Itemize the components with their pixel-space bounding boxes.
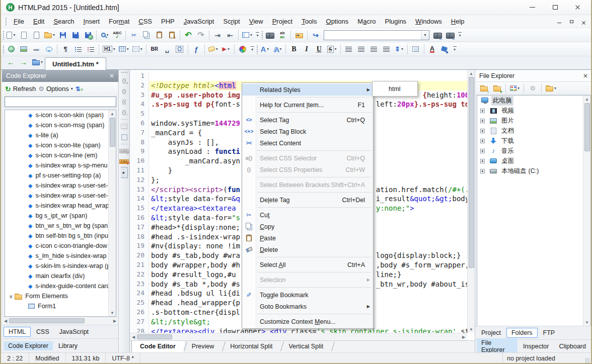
- toolbar-grip[interactable]: [3, 31, 5, 40]
- file-explorer-item[interactable]: 视频: [477, 106, 590, 116]
- table-button[interactable]: ▾: [117, 43, 130, 55]
- script-button[interactable]: ƒ: [190, 43, 202, 55]
- code-explorer-item[interactable]: ◆s-icon s-icon-line (em): [5, 150, 116, 160]
- options-button[interactable]: ⚙ Options ▾: [38, 85, 72, 93]
- scroll-down-icon[interactable]: ▼: [110, 309, 114, 316]
- tab-project[interactable]: Project: [477, 328, 505, 337]
- special-char-button[interactable]: Ω: [174, 43, 186, 55]
- menu-edit[interactable]: Edit: [29, 16, 49, 27]
- copy-button[interactable]: [140, 29, 153, 41]
- code-explorer-item[interactable]: ◆s-icon s-icon-skin (span): [5, 110, 116, 120]
- scroll-down-icon[interactable]: ▼: [469, 326, 473, 333]
- add-snippet-button[interactable]: {}+: [119, 75, 129, 86]
- find-previous-button[interactable]: ←: [431, 29, 443, 41]
- menu-item-delete-tag[interactable]: Delete TagCtrl+Del: [242, 194, 373, 206]
- menu-item-cut[interactable]: ✂Cut: [242, 209, 373, 221]
- menu-script[interactable]: Script: [218, 16, 244, 27]
- menu-macro[interactable]: Macro: [353, 16, 380, 27]
- code-explorer-item[interactable]: ◆s-isindex-wrap s-user-set-m: [5, 180, 116, 191]
- undo-button[interactable]: ↶: [182, 29, 194, 41]
- save-button[interactable]: [57, 29, 69, 41]
- code-explorer-item[interactable]: ◆s-isindex-wrap s-sp-menu (: [5, 160, 116, 170]
- view-mode-button[interactable]: ▾: [508, 82, 521, 95]
- view-tab-vertical-split[interactable]: Vertical Split: [280, 341, 331, 352]
- code-explorer-item[interactable]: ◆s-lite (a): [5, 130, 116, 140]
- close-button[interactable]: [566, 0, 589, 15]
- save-all-button[interactable]: [69, 29, 82, 41]
- tab-javascript[interactable]: JavaScript: [55, 327, 93, 336]
- menu-item-select-content[interactable]: ><Select Content: [242, 137, 373, 149]
- menu-item-goto-bookmarks[interactable]: Goto Bookmarks▶: [242, 301, 373, 312]
- menu-item-delete[interactable]: Delete: [242, 244, 373, 255]
- code-explorer-filter-input[interactable]: [5, 97, 116, 107]
- document-close-button[interactable]: [580, 18, 587, 28]
- scroll-up-icon[interactable]: ▲: [585, 96, 589, 103]
- menubar-grip[interactable]: [5, 17, 7, 26]
- underline-button[interactable]: U: [313, 43, 325, 55]
- paste-button[interactable]: [153, 29, 165, 41]
- menu-windows[interactable]: Windows: [411, 16, 447, 27]
- menu-tools[interactable]: Tools: [297, 16, 321, 27]
- editor-vscrollbar[interactable]: ▲ ▼: [467, 70, 475, 333]
- menu-view[interactable]: View: [245, 16, 268, 27]
- code-explorer-folder-form-elements[interactable]: ∨Form Elements: [5, 291, 116, 301]
- nav-forward-icon[interactable]: →: [20, 58, 27, 66]
- menu-file[interactable]: File: [9, 16, 29, 27]
- tab-untitled1[interactable]: Untitled1.htm *: [45, 57, 106, 70]
- menu-item-select-tag-block[interactable]: <+>Select Tag Block: [242, 126, 373, 137]
- css-check-button[interactable]: CSS: [119, 156, 129, 167]
- related-styles-submenu-item-html[interactable]: html: [373, 85, 401, 93]
- numbered-list-button[interactable]: [85, 43, 97, 55]
- align-right-button[interactable]: [368, 43, 380, 55]
- file-explorer-item[interactable]: 图片: [477, 116, 590, 126]
- tab-html[interactable]: HTML: [4, 327, 31, 337]
- font-button[interactable]: A▾: [259, 43, 271, 55]
- code-explorer-item[interactable]: ◆btn_wr s_btn_wr bg (span): [5, 221, 116, 231]
- menu-plugins[interactable]: Plugins: [380, 16, 411, 27]
- form-button[interactable]: ▾: [131, 43, 144, 55]
- code-explorer-item[interactable]: ◆s-icon s-icon-lite (span): [5, 140, 116, 150]
- paste-code-button[interactable]: [166, 29, 178, 41]
- toolbar-grip[interactable]: [121, 71, 128, 73]
- menu-item-customize-context-menu[interactable]: Customize Context Menu...: [242, 316, 373, 327]
- heading-button[interactable]: H1▾: [101, 43, 117, 55]
- scrollbar-thumb[interactable]: [137, 334, 172, 339]
- tab-code-explorer[interactable]: Code Explorer: [4, 341, 53, 350]
- scrollbar-thumb[interactable]: [584, 103, 590, 151]
- menu-item-toggle-bookmark[interactable]: ✎Toggle Bookmark: [242, 289, 373, 301]
- layout-button[interactable]: ▾: [241, 29, 254, 41]
- tab-ftp[interactable]: FTP: [539, 328, 560, 337]
- menu-item-help-for-current-item[interactable]: Help for Current Item...F1: [242, 99, 373, 111]
- line-spacing-button[interactable]: ⇕▾: [393, 43, 405, 55]
- replace-button[interactable]: abac: [276, 29, 288, 41]
- select-double-brace-button[interactable]: {{: [119, 97, 129, 107]
- file-explorer-close-icon[interactable]: ✕: [583, 72, 588, 79]
- code-explorer-item[interactable]: ◆s-isindex-wrap head_wrapp: [5, 201, 116, 211]
- line-break-button[interactable]: BR: [149, 43, 161, 55]
- align-center-button[interactable]: [355, 43, 367, 55]
- collapse-sidebar-button[interactable]: ▸: [119, 167, 129, 177]
- new-folder-button[interactable]: +: [491, 82, 503, 95]
- file-explorer-item[interactable]: 本地磁盘 (C:): [477, 166, 590, 176]
- properties-button[interactable]: [410, 43, 422, 55]
- file-explorer-item[interactable]: 下载: [477, 136, 590, 146]
- expand-icon[interactable]: [480, 169, 485, 173]
- editor-hscrollbar[interactable]: ◀ ▶: [130, 333, 467, 340]
- toolbar-overflow-button[interactable]: ▾: [457, 30, 463, 41]
- menu-insert[interactable]: Insert: [79, 16, 105, 27]
- find-in-files-button[interactable]: [293, 29, 305, 41]
- nbsp-button[interactable]: ␣: [161, 43, 173, 55]
- file-explorer-item[interactable]: ♪音乐: [477, 146, 590, 156]
- scrollbar-thumb[interactable]: [110, 118, 115, 147]
- tag-button[interactable]: ▾: [207, 43, 219, 55]
- file-explorer-item[interactable]: 此电脑: [477, 96, 590, 106]
- code-explorer-close-icon[interactable]: ✕: [109, 72, 114, 79]
- sort-button[interactable]: ⇅≡: [76, 85, 83, 93]
- code-explorer-item[interactable]: ◆bg s_ipt_wr (span): [5, 211, 116, 221]
- horizontal-rule-button[interactable]: ▬: [30, 43, 42, 55]
- search-term-combobox[interactable]: ▾: [324, 30, 429, 40]
- menu-project[interactable]: Project: [268, 16, 297, 27]
- spell-check-button[interactable]: ABC✓: [111, 29, 123, 41]
- tab-library[interactable]: Library: [54, 341, 82, 350]
- search-button[interactable]: ▾: [99, 29, 111, 41]
